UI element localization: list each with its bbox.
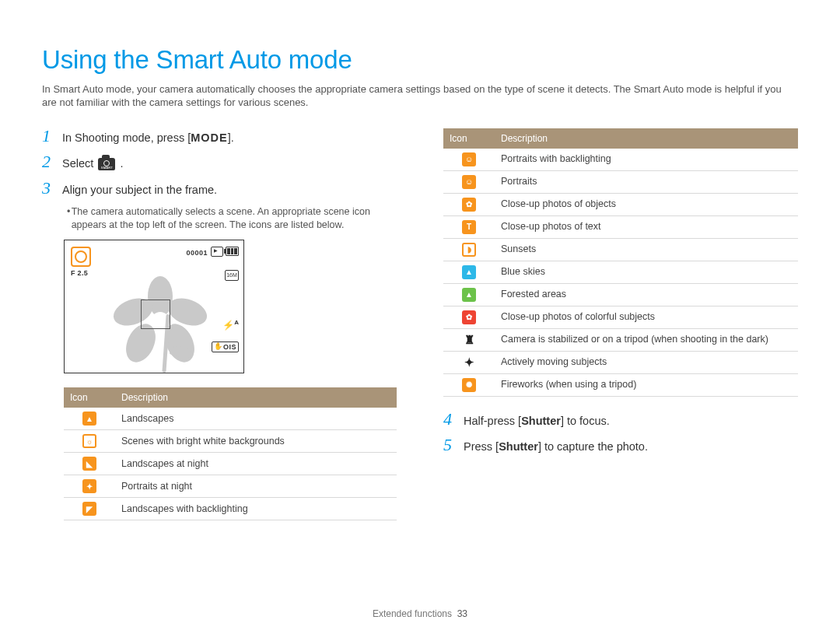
preview-flash-icon: ⚡A xyxy=(222,320,239,330)
step-2-post: . xyxy=(120,157,123,170)
step-5-pre: Press [ xyxy=(464,440,499,453)
step-3-text: Align your subject in the frame. xyxy=(62,180,217,198)
step-4-pre: Half-press [ xyxy=(464,415,521,427)
step-number-5: 5 xyxy=(443,436,459,454)
page-footer: Extended functions 33 xyxy=(0,608,840,620)
step-3-note-text: The camera automatically selects a scene… xyxy=(72,205,397,232)
desc-cell: Close-up photos of text xyxy=(495,215,798,238)
step-1-text: In Shooting mode, press [MODE]. xyxy=(62,128,234,146)
preview-ois-icon: ✋OIS xyxy=(212,342,239,352)
icon-cell: ▲ xyxy=(443,261,495,283)
th-desc: Description xyxy=(495,128,798,149)
desc-cell: Forested areas xyxy=(495,283,798,306)
scene-icon: ♜ xyxy=(462,333,476,347)
step-5-text: Press [Shutter] to capture the photo. xyxy=(464,436,648,455)
icon-table-left: Icon Description ▲Landscapes☼Scenes with… xyxy=(64,387,397,520)
desc-cell: Portraits xyxy=(495,170,798,193)
icon-cell: ✿ xyxy=(443,306,495,328)
desc-cell: Close-up photos of colorful subjects xyxy=(495,306,798,328)
th-icon: Icon xyxy=(443,128,495,149)
step-2: 2 Select . xyxy=(42,153,397,172)
step-number-4: 4 xyxy=(443,411,459,428)
preview-focus-square xyxy=(141,299,170,329)
footer-page-number: 33 xyxy=(457,608,467,619)
icon-cell: ✿ xyxy=(443,193,495,215)
step-2-text: Select . xyxy=(62,153,123,172)
preview-fnumber: F 2.5 xyxy=(71,268,88,278)
desc-cell: Landscapes xyxy=(115,408,397,430)
preview-battery-icon xyxy=(226,247,239,256)
preview-card-icon xyxy=(211,247,223,257)
scene-icon: ✦ xyxy=(82,479,96,493)
table-row: ✦Portraits at night xyxy=(64,475,397,498)
th-desc: Description xyxy=(115,387,397,408)
scene-icon: ☺ xyxy=(462,152,476,166)
table-row: ▲Forested areas xyxy=(443,283,798,306)
content-columns: 1 In Shooting mode, press [MODE]. 2 Sele… xyxy=(42,125,798,529)
table-row: TClose-up photos of text xyxy=(443,215,798,238)
desc-cell: Portraits at night xyxy=(115,475,397,498)
camera-preview: F 2.5 00001 16M ⚡A ✋OIS xyxy=(64,240,244,373)
desc-cell: Camera is stabilized or on a tripod (whe… xyxy=(495,328,798,351)
smart-auto-icon xyxy=(98,158,115,170)
icon-cell: ▲ xyxy=(64,408,115,430)
icon-cell: ♜ xyxy=(443,328,495,351)
step-4-post: ] to focus. xyxy=(561,415,610,427)
icon-cell: ◗ xyxy=(443,238,495,261)
step-1: 1 In Shooting mode, press [MODE]. xyxy=(42,128,397,146)
step-2-pre: Select xyxy=(62,157,96,170)
step-5-post: ] to capture the photo. xyxy=(538,440,648,453)
desc-cell: Scenes with bright white backgrounds xyxy=(115,430,397,453)
desc-cell: Actively moving subjects xyxy=(495,351,798,373)
scene-icon: ◣ xyxy=(82,457,96,471)
page-title: Using the Smart Auto mode xyxy=(42,43,798,78)
desc-cell: Landscapes at night xyxy=(115,453,397,475)
table-row: ☺Portraits xyxy=(443,170,798,193)
icon-cell: ✦ xyxy=(443,351,495,373)
scene-icon: ✿ xyxy=(462,310,476,324)
step-5: 5 Press [Shutter] to capture the photo. xyxy=(443,436,798,455)
table-row: ✦Actively moving subjects xyxy=(443,351,798,373)
step-number-2: 2 xyxy=(42,153,58,170)
scene-icon: ▲ xyxy=(462,288,476,302)
shutter-key: Shutter xyxy=(499,440,538,453)
step-4-text: Half-press [Shutter] to focus. xyxy=(464,411,610,429)
desc-cell: Close-up photos of objects xyxy=(495,193,798,215)
step-number-3: 3 xyxy=(42,180,58,197)
desc-cell: Blue skies xyxy=(495,261,798,283)
table-row: ✿Close-up photos of colorful subjects xyxy=(443,306,798,328)
icon-cell: ☺ xyxy=(443,170,495,193)
preview-resolution-icon: 16M xyxy=(225,270,239,281)
step-3: 3 Align your subject in the frame. xyxy=(42,180,397,198)
table-row: ▲Landscapes xyxy=(64,408,397,430)
right-column: Icon Description ☺Portraits with backlig… xyxy=(443,125,798,529)
step-1-pre: In Shooting mode, press [ xyxy=(62,131,191,144)
preview-ois-text: OIS xyxy=(223,343,236,351)
step-number-1: 1 xyxy=(42,128,58,145)
table-row: ▲Blue skies xyxy=(443,261,798,283)
scene-icon: ✿ xyxy=(462,198,476,212)
preview-scene-icon xyxy=(71,247,91,267)
scene-icon: ☺ xyxy=(462,175,476,189)
icon-cell: ◤ xyxy=(64,498,115,520)
icon-cell: ☺ xyxy=(443,149,495,171)
scene-icon: ✦ xyxy=(462,356,476,370)
icon-cell: T xyxy=(443,215,495,238)
desc-cell: Portraits with backlighting xyxy=(495,149,798,171)
icon-table-right: Icon Description ☺Portraits with backlig… xyxy=(443,128,798,397)
icon-cell: ☼ xyxy=(64,430,115,453)
scene-icon: ◤ xyxy=(82,502,96,516)
mode-key: MODE xyxy=(191,131,228,144)
preview-flash-a: A xyxy=(234,319,239,326)
manual-page: Using the Smart Auto mode In Smart Auto … xyxy=(0,0,840,634)
scene-icon: ◗ xyxy=(462,243,476,257)
table-row: ♜Camera is stabilized or on a tripod (wh… xyxy=(443,328,798,351)
table-row: ◤Landscapes with backlighting xyxy=(64,498,397,520)
desc-cell: Sunsets xyxy=(495,238,798,261)
table-row: ◗Sunsets xyxy=(443,238,798,261)
scene-icon: ▲ xyxy=(462,265,476,279)
scene-icon: ▲ xyxy=(82,412,96,426)
step-4: 4 Half-press [Shutter] to focus. xyxy=(443,411,798,429)
th-icon: Icon xyxy=(64,387,115,408)
table-row: ☺Portraits with backlighting xyxy=(443,149,798,171)
